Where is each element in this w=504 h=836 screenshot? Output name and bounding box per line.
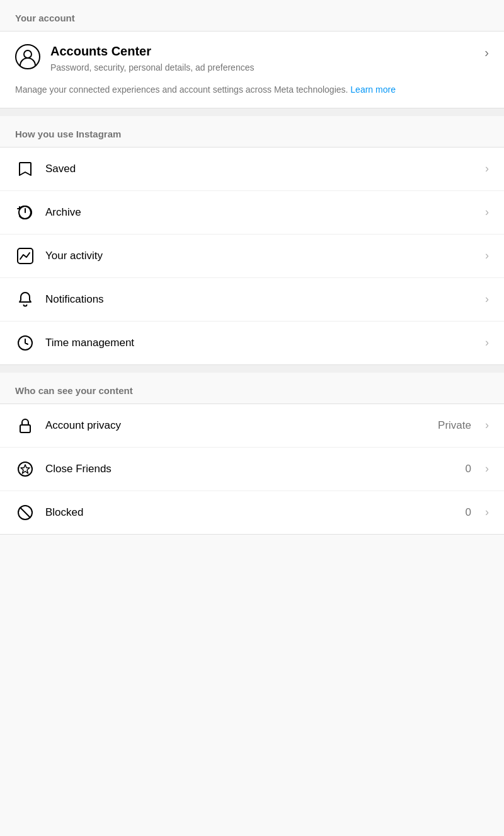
accounts-center-description: Manage your connected experiences and ac… bbox=[15, 83, 489, 96]
archive-chevron-icon: › bbox=[485, 206, 489, 219]
your-account-header: Your account bbox=[0, 0, 504, 31]
accounts-center-text: Accounts Center Password, security, pers… bbox=[50, 43, 474, 74]
bell-icon bbox=[15, 289, 35, 310]
blocked-label: Blocked bbox=[45, 506, 455, 519]
time-management-chevron-icon: › bbox=[485, 336, 489, 349]
how-you-use-header: How you use Instagram bbox=[0, 116, 504, 147]
blocked-chevron-icon: › bbox=[485, 506, 489, 519]
svg-line-9 bbox=[20, 507, 31, 518]
saved-item[interactable]: Saved › bbox=[0, 148, 504, 191]
section-divider-1 bbox=[0, 108, 504, 116]
svg-point-1 bbox=[24, 50, 32, 58]
section-divider-2 bbox=[0, 365, 504, 373]
account-privacy-value: Private bbox=[438, 419, 471, 432]
activity-icon bbox=[15, 246, 35, 266]
close-friends-icon bbox=[15, 459, 35, 479]
svg-marker-7 bbox=[21, 465, 30, 473]
account-privacy-label: Account privacy bbox=[45, 419, 428, 432]
close-friends-chevron-icon: › bbox=[485, 462, 489, 475]
who-can-see-section: Who can see your content Account privacy… bbox=[0, 373, 504, 535]
notifications-item[interactable]: Notifications › bbox=[0, 278, 504, 322]
your-activity-chevron-icon: › bbox=[485, 249, 489, 262]
saved-label: Saved bbox=[45, 163, 475, 175]
bookmark-icon bbox=[15, 159, 35, 179]
accounts-center-icon bbox=[15, 44, 40, 69]
time-management-item[interactable]: Time management › bbox=[0, 322, 504, 364]
archive-item[interactable]: Archive › bbox=[0, 191, 504, 235]
close-friends-item[interactable]: Close Friends 0 › bbox=[0, 448, 504, 491]
svg-rect-5 bbox=[20, 425, 30, 433]
archive-label: Archive bbox=[45, 206, 475, 219]
who-can-see-list: Account privacy Private › Close Friends … bbox=[0, 403, 504, 535]
how-you-use-list: Saved › Archive › Your activity bbox=[0, 147, 504, 365]
close-friends-value: 0 bbox=[466, 463, 471, 475]
saved-chevron-icon: › bbox=[485, 162, 489, 175]
your-activity-item[interactable]: Your activity › bbox=[0, 235, 504, 278]
blocked-value: 0 bbox=[466, 506, 471, 519]
notifications-label: Notifications bbox=[45, 293, 475, 306]
lock-icon bbox=[15, 415, 35, 436]
accounts-center-subtitle: Password, security, personal details, ad… bbox=[50, 62, 474, 74]
who-can-see-header: Who can see your content bbox=[0, 373, 504, 403]
accounts-center-title: Accounts Center bbox=[50, 43, 474, 59]
svg-point-0 bbox=[16, 45, 40, 69]
blocked-icon bbox=[15, 502, 35, 523]
accounts-center-chevron-icon: › bbox=[484, 45, 489, 60]
account-privacy-item[interactable]: Account privacy Private › bbox=[0, 404, 504, 448]
accounts-center-card[interactable]: Accounts Center Password, security, pers… bbox=[0, 31, 504, 108]
close-friends-label: Close Friends bbox=[45, 463, 455, 475]
clock-icon bbox=[15, 333, 35, 353]
blocked-item[interactable]: Blocked 0 › bbox=[0, 491, 504, 534]
your-activity-label: Your activity bbox=[45, 250, 475, 262]
your-account-section: Your account Accounts Center Password, s… bbox=[0, 0, 504, 108]
account-privacy-chevron-icon: › bbox=[485, 419, 489, 432]
time-management-label: Time management bbox=[45, 337, 475, 349]
how-you-use-section: How you use Instagram Saved › Archive › bbox=[0, 116, 504, 365]
notifications-chevron-icon: › bbox=[485, 293, 489, 306]
learn-more-link[interactable]: Learn more bbox=[350, 84, 396, 95]
archive-icon bbox=[15, 202, 35, 223]
